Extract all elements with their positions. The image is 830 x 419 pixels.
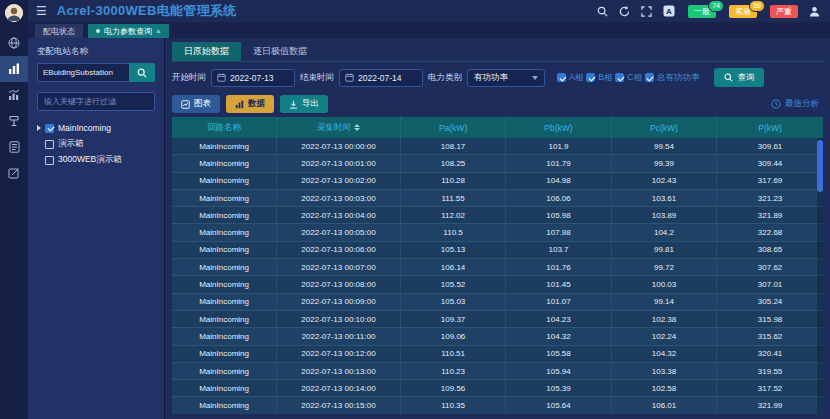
cell-pc: 102.58 (611, 380, 716, 396)
cell-pa: 105.13 (400, 242, 505, 258)
cell-collect-time: 2022-07-13 00:04:00 (276, 207, 400, 223)
tree-item[interactable]: 3000WEB演示箱 (37, 152, 155, 168)
sidebar-item-power-query[interactable] (0, 56, 28, 82)
tree-checkbox[interactable] (45, 156, 54, 165)
alarm-badge-critical[interactable]: 严重 (770, 5, 798, 18)
user-icon[interactable] (809, 6, 820, 17)
data-view-button-label: 数据 (248, 98, 265, 110)
tab-daily-extremes[interactable]: 逐日极值数据 (241, 42, 319, 61)
sidebar-item-device[interactable] (0, 108, 28, 134)
phase-checkbox[interactable] (557, 73, 566, 82)
fullscreen-icon[interactable] (641, 6, 652, 17)
cell-pb: 104.98 (505, 173, 610, 189)
cell-p: 317.69 (716, 173, 823, 189)
phase-checkbox[interactable] (586, 73, 595, 82)
tab-daily-extremes-label: 逐日极值数据 (253, 45, 307, 58)
table-row[interactable]: MainIncoming 2022-07-13 00:02:00 110.28 … (172, 173, 823, 190)
menu-toggle-icon[interactable]: ☰ (36, 5, 47, 17)
phase-checkbox-item[interactable]: A相 (557, 72, 583, 84)
user-avatar[interactable] (5, 4, 23, 22)
tree-item[interactable]: MainIncoming (37, 120, 155, 136)
table-row[interactable]: MainIncoming 2022-07-13 00:00:00 108.17 … (172, 138, 823, 155)
cell-p: 307.62 (716, 259, 823, 275)
data-icon (235, 100, 244, 109)
table-row[interactable]: MainIncoming 2022-07-13 00:04:00 112.02 … (172, 207, 823, 224)
tree-checkbox[interactable] (45, 140, 54, 149)
table-row[interactable]: MainIncoming 2022-07-13 00:13:00 110.23 … (172, 363, 823, 380)
cell-pb: 101.07 (505, 294, 610, 310)
table-row[interactable]: MainIncoming 2022-07-13 00:03:00 111.55 … (172, 190, 823, 207)
sidebar-item-report[interactable] (0, 134, 28, 160)
tab-power-query[interactable]: 电力参数查询 × (88, 24, 169, 38)
refresh-icon[interactable] (619, 6, 630, 17)
end-date-input[interactable]: 2022-07-14 (339, 69, 423, 87)
cell-collect-time: 2022-07-13 00:00:00 (276, 138, 400, 154)
phase-checkbox-item[interactable]: 总有功功率 (645, 72, 700, 84)
table-row[interactable]: MainIncoming 2022-07-13 00:06:00 105.13 … (172, 242, 823, 259)
station-search-button[interactable] (129, 63, 155, 82)
tab-distribution-status[interactable]: 配电状态 (35, 24, 83, 38)
table-row[interactable]: MainIncoming 2022-07-13 00:09:00 105.03 … (172, 294, 823, 311)
phase-checkbox[interactable] (615, 73, 624, 82)
export-button[interactable]: 导出 (280, 95, 328, 113)
chart-view-button[interactable]: 图表 (172, 95, 220, 113)
table-row[interactable]: MainIncoming 2022-07-13 00:01:00 108.25 … (172, 155, 823, 172)
table-row[interactable]: MainIncoming 2022-07-13 00:11:00 109.06 … (172, 328, 823, 345)
tree-checkbox[interactable] (45, 124, 54, 133)
cell-circuit-name: MainIncoming (172, 224, 276, 240)
cell-pb: 105.64 (505, 397, 610, 413)
cell-p: 305.24 (716, 294, 823, 310)
toolbar-row: 图表 数据 导出 最值分析 (172, 91, 823, 117)
sidebar-item-globe[interactable] (0, 30, 28, 56)
cell-pc: 103.61 (611, 190, 716, 206)
cell-pa: 108.17 (400, 138, 505, 154)
tab-daily-raw-data-label: 日原始数据 (184, 45, 229, 58)
table-row[interactable]: MainIncoming 2022-07-13 00:05:00 110.5 1… (172, 224, 823, 241)
tree-item-label: 演示箱 (58, 138, 84, 150)
chevron-down-icon (532, 76, 538, 80)
cell-circuit-name: MainIncoming (172, 380, 276, 396)
language-icon[interactable]: A (663, 5, 675, 17)
sidebar-item-edit[interactable] (0, 160, 28, 186)
station-input[interactable] (37, 63, 129, 82)
start-date-input[interactable]: 2022-07-13 (211, 69, 295, 87)
cell-p: 307.01 (716, 276, 823, 292)
query-button[interactable]: 查询 (714, 68, 764, 87)
extremes-analysis-link[interactable]: 最值分析 (771, 98, 819, 110)
scrollbar-thumb[interactable] (817, 140, 823, 192)
filter-row: 开始时间 2022-07-13 结束时间 2022-07-14 电力类别 有功功… (172, 64, 823, 91)
avatar-icon (5, 4, 23, 22)
phase-checkbox[interactable] (645, 73, 654, 82)
cell-collect-time: 2022-07-13 00:03:00 (276, 190, 400, 206)
cell-pb: 106.06 (505, 190, 610, 206)
cell-pc: 99.81 (611, 242, 716, 258)
tree-filter-input[interactable] (37, 92, 155, 111)
tab-daily-raw-data[interactable]: 日原始数据 (172, 42, 241, 61)
top-bar: ☰ Acrel-3000WEB电能管理系统 A 一般 74 紧急 59 (28, 0, 830, 22)
phase-checkbox-item[interactable]: C相 (615, 72, 642, 84)
tree-item[interactable]: 演示箱 (37, 136, 155, 152)
table-row[interactable]: MainIncoming 2022-07-13 00:12:00 110.51 … (172, 346, 823, 363)
app-window: ☰ Acrel-3000WEB电能管理系统 A 一般 74 紧急 59 (0, 0, 830, 419)
tree-caret-icon[interactable] (37, 125, 41, 131)
data-view-button[interactable]: 数据 (226, 95, 274, 113)
table-row[interactable]: MainIncoming 2022-07-13 00:10:00 109.37 … (172, 311, 823, 328)
tree-item-label: MainIncoming (58, 123, 111, 133)
cell-p: 308.65 (716, 242, 823, 258)
phase-label: A相 (569, 72, 583, 84)
cell-pa: 110.5 (400, 224, 505, 240)
alarm-badge-urgent[interactable]: 紧急 59 (729, 5, 757, 18)
power-type-select[interactable]: 有功功率 (467, 69, 545, 87)
close-tab-icon[interactable]: × (156, 27, 161, 36)
sidebar-item-analytics[interactable] (0, 82, 28, 108)
start-time-label: 开始时间 (172, 72, 206, 84)
sort-icon[interactable] (354, 124, 360, 131)
table-row[interactable]: MainIncoming 2022-07-13 00:15:00 110.35 … (172, 397, 823, 414)
alarm-badge-general[interactable]: 一般 74 (688, 5, 716, 18)
table-row[interactable]: MainIncoming 2022-07-13 00:07:00 106.14 … (172, 259, 823, 276)
table-row[interactable]: MainIncoming 2022-07-13 00:08:00 105.52 … (172, 276, 823, 293)
phase-checkbox-item[interactable]: B相 (586, 72, 612, 84)
col-collect-time[interactable]: 采集时间 (276, 117, 400, 138)
table-row[interactable]: MainIncoming 2022-07-13 00:14:00 109.56 … (172, 380, 823, 397)
search-icon[interactable] (597, 6, 608, 17)
